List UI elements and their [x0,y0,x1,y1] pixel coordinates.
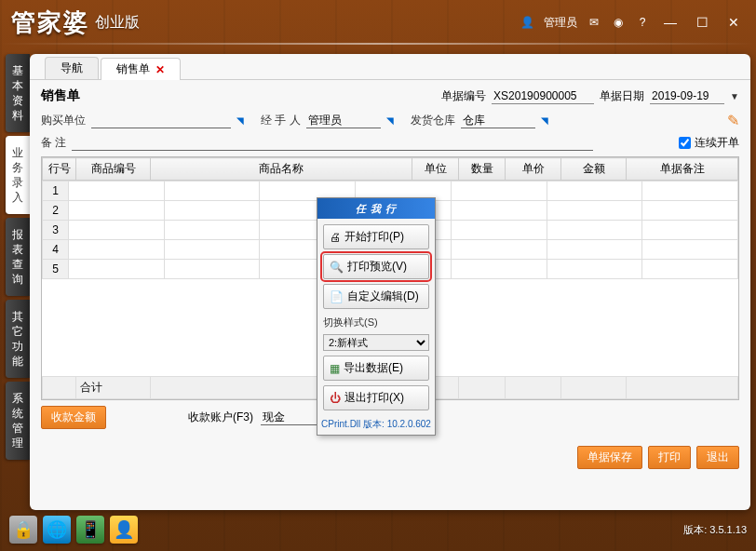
version-label: 版本: 3.5.1.13 [683,523,747,537]
remark-input[interactable] [72,135,593,151]
handler-label: 经 手 人 [261,113,301,128]
handler-input[interactable] [306,113,381,128]
edit-icon[interactable]: ✎ [727,112,739,129]
print-button[interactable]: 打印 [648,446,691,469]
exit-print-button[interactable]: ⏻退出打印(X) [323,385,429,410]
printer-icon: 🖨 [330,231,341,244]
minimize-button[interactable]: — [659,15,682,30]
chevron-down-icon[interactable]: ▼ [730,91,739,101]
warehouse-label: 发货仓库 [411,113,455,128]
taskbar-icon-user[interactable]: 👤 [110,516,138,544]
close-icon[interactable]: ✕ [155,63,165,76]
remark-label: 备 注 [41,135,66,151]
user-icon[interactable]: 👤 [520,15,534,30]
col-rownum: 行号 [43,158,76,181]
print-preview-button[interactable]: 🔍打印预览(V) [323,254,429,279]
print-dialog: 任 我 行 🖨开始打印(P) 🔍打印预览(V) 📄自定义编辑(D) 切换样式(S… [317,197,436,436]
bill-no-input[interactable] [492,88,594,104]
page-title: 销售单 [41,87,80,104]
mail-icon[interactable]: ✉ [587,15,601,30]
search-icon[interactable]: ◥ [236,115,244,126]
bill-no-label: 单据编号 [441,88,486,104]
titlebar: 管家婆 创业版 👤 管理员 ✉ ◉ ? — ☐ ✕ [0,0,756,45]
user-label: 管理员 [544,15,577,31]
col-price: 单价 [506,158,561,181]
side-tab-business-entry[interactable]: 业务录入 [6,136,30,214]
buyer-label: 购买单位 [41,113,86,128]
app-logo: 管家婆 [11,7,89,39]
close-button[interactable]: ✕ [722,15,745,30]
switch-style-label: 切换样式(S) [323,316,429,329]
side-tabs: 基本资料 业务录入 报表查询 其它功能 系统管理 [6,54,32,464]
weibo-icon[interactable]: ◉ [611,15,626,30]
tab-sales-order[interactable]: 销售单 ✕ [101,58,181,80]
action-bar: 单据保存 打印 退出 [30,442,750,473]
exit-icon: ⏻ [330,392,341,405]
taskbar-icon-globe[interactable]: 🌐 [43,516,71,544]
buyer-input[interactable] [91,113,231,128]
print-dialog-brand: 任 我 行 [356,202,397,216]
preview-icon: 🔍 [330,261,344,274]
style-select[interactable]: 2:新样式 [323,334,429,351]
side-tab-basic-data[interactable]: 基本资料 [6,54,30,132]
taskbar-icon-safe[interactable]: 🔒 [9,516,37,544]
tab-navigation[interactable]: 导航 [45,57,99,79]
tab-strip: 导航 销售单 ✕ [30,54,750,80]
exit-button[interactable]: 退出 [696,446,739,469]
app-logo-sub: 创业版 [95,13,140,33]
excel-icon: ▦ [330,362,340,375]
export-data-button[interactable]: ▦导出数据(E) [323,356,429,381]
taskbar-icon-mobile[interactable]: 📱 [76,516,104,544]
search-icon[interactable]: ◥ [541,115,548,126]
side-tab-system-management[interactable]: 系统管理 [6,382,30,460]
start-print-button[interactable]: 🖨开始打印(P) [323,224,429,249]
account-label: 收款账户(F3) [188,410,253,425]
print-dialog-header: 任 我 行 [317,198,435,219]
col-note: 单据备注 [627,158,738,181]
col-unit: 单位 [412,158,459,181]
receive-amount-button[interactable]: 收款金额 [41,406,106,429]
help-icon[interactable]: ? [635,15,650,30]
side-tab-other-functions[interactable]: 其它功能 [6,300,30,378]
col-amount: 金额 [561,158,627,181]
col-product-name: 商品名称 [151,158,412,181]
col-product-code: 商品编号 [76,158,151,181]
col-qty: 数量 [459,158,506,181]
bill-date-input[interactable] [650,88,724,104]
custom-edit-button[interactable]: 📄自定义编辑(D) [323,284,429,309]
save-button[interactable]: 单据保存 [577,446,642,469]
warehouse-input[interactable] [461,113,535,128]
taskbar: 🔒 🌐 📱 👤 版本: 3.5.1.13 [6,514,750,545]
edit-icon: 📄 [330,290,344,303]
print-dialog-footer: CPrint.Dll 版本: 10.2.0.602 [317,416,435,435]
continuous-label: 连续开单 [695,135,739,151]
side-tab-report-query[interactable]: 报表查询 [6,218,30,296]
maximize-button[interactable]: ☐ [691,15,713,30]
bill-date-label: 单据日期 [600,88,644,104]
search-icon[interactable]: ◥ [386,115,394,126]
continuous-checkbox[interactable] [679,137,691,149]
